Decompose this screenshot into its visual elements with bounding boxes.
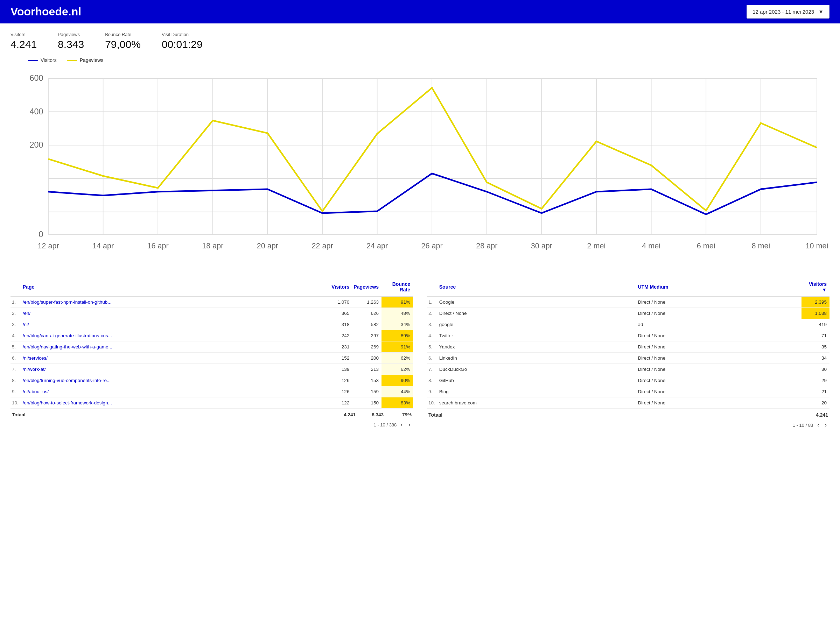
source-name[interactable]: Yandex (438, 341, 637, 353)
table-row: 5.YandexDirect / None35 (427, 341, 829, 353)
page-path[interactable]: /nl/services/ (21, 353, 328, 364)
source-name[interactable]: search.brave.com (438, 397, 637, 408)
header: Voorhoede.nl 12 apr 2023 - 11 mei 2023 ▼ (0, 0, 840, 24)
table-row: 8./en/blog/turning-vue-components-into-r… (11, 375, 413, 386)
utm-medium: Direct / None (636, 296, 802, 308)
source-name[interactable]: Bing (438, 386, 637, 397)
pages-total-bounce-rate: 79% (384, 412, 412, 417)
row-pageviews: 582 (352, 319, 382, 330)
col-page-header[interactable]: Page (21, 278, 328, 296)
row-visitors: 20 (802, 397, 829, 408)
utm-medium: Direct / None (636, 375, 802, 386)
row-number: 6. (427, 353, 438, 364)
row-visitors: 29 (802, 375, 829, 386)
pageviews-legend-line (67, 60, 77, 61)
source-prev-button[interactable]: ‹ (816, 421, 820, 429)
table-row: 7.DuckDuckGoDirect / None30 (427, 364, 829, 375)
row-bounce-rate: 34% (382, 319, 413, 330)
svg-text:600: 600 (30, 74, 43, 82)
row-number: 3. (11, 319, 21, 330)
row-number: 10. (427, 397, 438, 408)
svg-text:20 apr: 20 apr (257, 241, 278, 250)
source-total-visitors: 4.241 (807, 412, 828, 418)
source-next-button[interactable]: › (824, 421, 828, 429)
stat-visit-duration: Visit Duration 00:01:29 (162, 32, 203, 50)
page-path[interactable]: /en/blog/turning-vue-components-into-re.… (21, 375, 328, 386)
svg-text:28 apr: 28 apr (476, 241, 497, 250)
col-visitors-header[interactable]: Visitors (328, 278, 352, 296)
source-name[interactable]: Google (438, 296, 637, 308)
page-path[interactable]: /en/blog/super-fast-npm-install-on-githu… (21, 296, 328, 308)
row-visitors: 122 (328, 397, 352, 408)
pages-next-button[interactable]: › (407, 421, 412, 429)
source-name[interactable]: Direct / None (438, 308, 637, 319)
bounce-rate-label: Bounce Rate (105, 32, 141, 37)
row-pageviews: 297 (352, 330, 382, 341)
stat-bounce-rate: Bounce Rate 79,00% (105, 32, 141, 50)
utm-medium: Direct / None (636, 308, 802, 319)
row-visitors: 21 (802, 386, 829, 397)
chart-container: Visitors Pageviews 600 400 20 (0, 54, 840, 274)
table-row: 1./en/blog/super-fast-npm-install-on-git… (11, 296, 413, 308)
visitors-legend-label: Visitors (41, 57, 57, 63)
source-name[interactable]: google (438, 319, 637, 330)
source-pagination-label: 1 - 10 / 83 (793, 422, 813, 428)
table-row: 9./nl/about-us/12615944% (11, 386, 413, 397)
source-name[interactable]: Twitter (438, 330, 637, 341)
page-path[interactable]: /en/blog/can-ai-generate-illustrations-c… (21, 330, 328, 341)
row-number: 7. (427, 364, 438, 375)
stats-row: Visitors 4.241 Pageviews 8.343 Bounce Ra… (0, 24, 840, 54)
table-row: 3./nl/31858234% (11, 319, 413, 330)
table-row: 2.Direct / NoneDirect / None1.038 (427, 308, 829, 319)
svg-text:6 mei: 6 mei (697, 241, 715, 250)
row-visitors: 1.070 (328, 296, 352, 308)
col-source-visitors-header[interactable]: Visitors ▼ (802, 278, 829, 296)
page-path[interactable]: /nl/ (21, 319, 328, 330)
row-bounce-rate: 48% (382, 308, 413, 319)
visitors-label: Visitors (11, 32, 37, 37)
col-bounce-rate-header[interactable]: Bounce Rate (382, 278, 413, 296)
row-number: 9. (11, 386, 21, 397)
page-path[interactable]: /nl/about-us/ (21, 386, 328, 397)
row-bounce-rate: 91% (382, 341, 413, 353)
page-path[interactable]: /en/blog/how-to-select-framework-design.… (21, 397, 328, 408)
utm-medium: Direct / None (636, 386, 802, 397)
page-path[interactable]: /nl/work-at/ (21, 364, 328, 375)
row-visitors: 71 (802, 330, 829, 341)
pages-total-pageviews: 8.343 (355, 412, 384, 417)
utm-medium: Direct / None (636, 364, 802, 375)
row-number: 3. (427, 319, 438, 330)
pages-total-label: Totaal (12, 412, 331, 417)
pages-prev-button[interactable]: ‹ (399, 421, 404, 429)
row-number: 10. (11, 397, 21, 408)
col-utm-header[interactable]: UTM Medium (636, 278, 802, 296)
row-visitors: 2.395 (802, 296, 829, 308)
page-path[interactable]: /en/blog/navigating-the-web-with-a-game.… (21, 341, 328, 353)
row-number: 6. (11, 353, 21, 364)
row-pageviews: 200 (352, 353, 382, 364)
legend-pageviews: Pageviews (67, 57, 104, 63)
col-num (11, 278, 21, 296)
table-row: 3.googlead419 (427, 319, 829, 330)
source-name[interactable]: DuckDuckGo (438, 364, 637, 375)
row-visitors: 139 (328, 364, 352, 375)
table-row: 10./en/blog/how-to-select-framework-desi… (11, 397, 413, 408)
row-bounce-rate: 83% (382, 397, 413, 408)
col-source-header[interactable]: Source (438, 278, 637, 296)
row-bounce-rate: 89% (382, 330, 413, 341)
table-row: 7./nl/work-at/13921362% (11, 364, 413, 375)
row-bounce-rate: 62% (382, 364, 413, 375)
row-number: 7. (11, 364, 21, 375)
page-path[interactable]: /en/ (21, 308, 328, 319)
row-bounce-rate: 91% (382, 296, 413, 308)
utm-medium: ad (636, 319, 802, 330)
stat-pageviews: Pageviews 8.343 (58, 32, 84, 50)
row-visitors: 126 (328, 386, 352, 397)
source-name[interactable]: GitHub (438, 375, 637, 386)
date-range-selector[interactable]: 12 apr 2023 - 11 mei 2023 ▼ (747, 5, 829, 19)
row-number: 8. (427, 375, 438, 386)
col-pageviews-header[interactable]: Pageviews (352, 278, 382, 296)
row-visitors: 318 (328, 319, 352, 330)
source-name[interactable]: LinkedIn (438, 353, 637, 364)
row-pageviews: 1.263 (352, 296, 382, 308)
